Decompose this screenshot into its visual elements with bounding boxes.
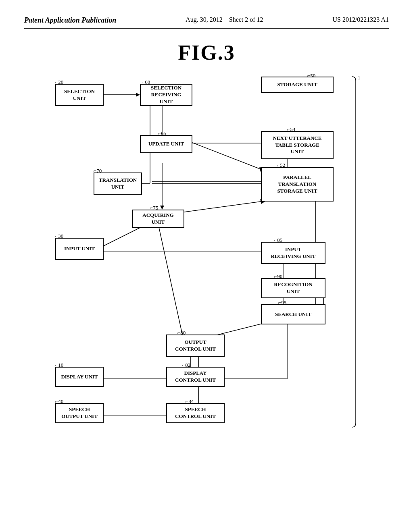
box-recognition-unit: RECOGNITIONUNIT — [261, 278, 325, 298]
header-date: Aug. 30, 2012 — [186, 16, 223, 23]
header-center: Aug. 30, 2012 Sheet 2 of 12 — [186, 16, 263, 23]
ref-50: ⌐50 — [307, 73, 315, 79]
figure-title: FIG.3 — [24, 41, 389, 64]
diagram-area: 1 SELECTIONUNIT ⌐20 SELECTIONRECEIVING U… — [33, 73, 380, 468]
ref-60: ⌐60 — [142, 79, 150, 85]
box-next-utterance: NEXT UTTERANCETABLE STORAGEUNIT — [261, 131, 334, 159]
box-output-control-unit: OUTPUTCONTROL UNIT — [166, 335, 225, 357]
box-input-receiving-unit: INPUTRECEIVING UNIT — [261, 242, 325, 264]
ref-54: ⌐54 — [287, 126, 295, 133]
box-acquiring-unit: ACQUIRINGUNIT — [132, 210, 184, 228]
ref-65: ⌐65 — [158, 130, 166, 137]
box-display-control-unit: DISPLAYCONTROL UNIT — [166, 367, 225, 387]
box-speech-output-unit: SPEECHOUTPUT UNIT — [55, 403, 104, 423]
ref-52: ⌐52 — [277, 162, 285, 168]
ref-84: ⌐84 — [186, 398, 194, 405]
svg-line-13 — [190, 142, 261, 169]
ref-80: ⌐80 — [177, 330, 186, 336]
ref-82: ⌐82 — [182, 362, 190, 368]
box-display-unit: DISPLAY UNIT — [55, 367, 104, 387]
page: Patent Application Publication Aug. 30, … — [0, 0, 413, 532]
ref-10: ⌐10 — [55, 362, 63, 368]
ref-90: ⌐90 — [274, 273, 282, 280]
svg-marker-1 — [136, 93, 140, 97]
box-selection-unit: SELECTIONUNIT — [55, 84, 104, 106]
svg-line-31 — [158, 224, 182, 335]
ref-20: ⌐20 — [55, 79, 63, 85]
publication-label: Patent Application Publication — [24, 16, 116, 25]
ref-95: ⌐95 — [278, 299, 286, 306]
ref-1: 1 — [358, 75, 361, 81]
box-parallel-translation: PARALLELTRANSLATIONSTORAGE UNIT — [261, 167, 334, 202]
ref-70: ⌐70 — [94, 168, 102, 174]
svg-marker-16 — [160, 206, 164, 210]
svg-line-21 — [104, 226, 144, 246]
box-update-unit: UPDATE UNIT — [140, 135, 192, 153]
ref-30: ⌐30 — [55, 233, 63, 239]
box-search-unit: SEARCH UNIT — [261, 304, 325, 324]
box-storage-unit: STORAGE UNIT — [261, 77, 334, 93]
ref-75: ⌐75 — [150, 205, 158, 211]
header-sheet: Sheet 2 of 12 — [229, 16, 263, 23]
box-input-unit: INPUT UNIT — [55, 238, 104, 260]
box-selection-receiving-unit: SELECTIONRECEIVING UNIT — [140, 84, 192, 106]
patent-number: US 2012/0221323 A1 — [332, 16, 389, 23]
ref-40: ⌐40 — [55, 398, 63, 405]
box-translation-unit: TRANSLATIONUNIT — [94, 172, 142, 195]
box-speech-control-unit: SPEECHCONTROL UNIT — [166, 403, 225, 423]
page-header: Patent Application Publication Aug. 30, … — [24, 16, 389, 29]
ref-85: ⌐85 — [274, 237, 282, 243]
